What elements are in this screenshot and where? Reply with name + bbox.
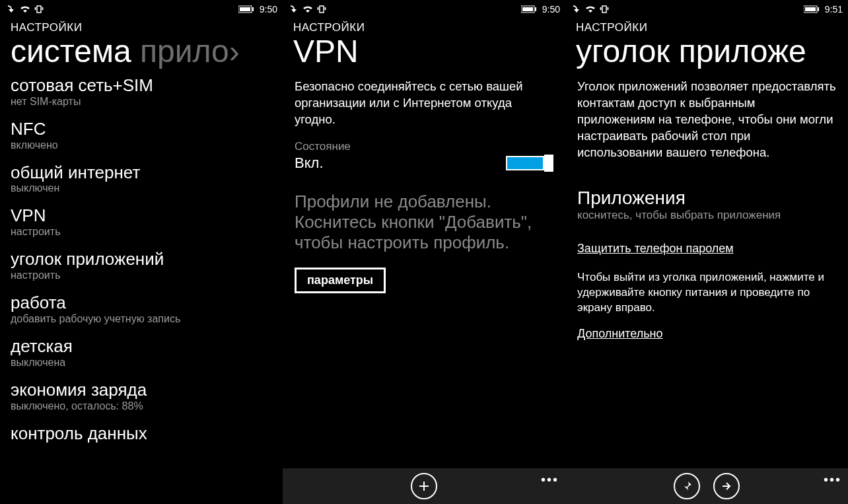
pin-icon — [681, 480, 693, 492]
vpn-toggle[interactable] — [506, 155, 553, 172]
no-profiles-message: Профили не добавлены. Коснитесь кнопки "… — [295, 192, 553, 254]
svg-rect-2 — [252, 7, 254, 11]
item-title: сотовая сеть+SIM — [11, 76, 272, 96]
list-item[interactable]: детскаявыключена — [11, 337, 272, 369]
item-title: детская — [11, 337, 272, 357]
apps-header[interactable]: Приложения — [577, 188, 836, 209]
item-sub: нет SIM-карты — [11, 96, 272, 108]
status-bar: 9:51 — [565, 0, 848, 18]
sync-icon — [288, 5, 299, 14]
battery-icon — [238, 5, 254, 13]
clock-text: 9:50 — [260, 4, 277, 15]
vibrate-icon — [600, 5, 609, 14]
status-bar: 9:50 — [0, 0, 283, 18]
arrow-right-icon — [721, 480, 732, 492]
wifi-icon — [585, 5, 596, 14]
chevron-right-icon: › — [229, 34, 240, 69]
parameters-button[interactable]: параметры — [295, 268, 386, 293]
apps-sub: коснитесь, чтобы выбрать приложения — [577, 209, 836, 222]
page-title: VPN — [293, 34, 555, 69]
launch-button[interactable] — [713, 473, 740, 499]
list-item[interactable]: сотовая сеть+SIMнет SIM-карты — [11, 76, 272, 108]
plus-icon — [418, 480, 430, 492]
status-bar: 9:50 — [283, 0, 565, 18]
apps-corner-description: Уголок приложений позволяет предоставлят… — [577, 79, 836, 161]
item-sub: выключен — [11, 182, 272, 194]
more-button[interactable]: ••• — [824, 472, 841, 487]
sync-icon — [5, 5, 16, 14]
phone-vpn: 9:50 НАСТРОЙКИ VPN Безопасно соединяйтес… — [283, 0, 565, 504]
wifi-icon — [20, 5, 30, 14]
state-value: Вкл. — [295, 155, 324, 172]
list-item[interactable]: уголок приложенийнастроить — [11, 250, 272, 281]
pivot-next: прило — [140, 34, 229, 69]
state-label: Состояние — [295, 140, 553, 153]
item-sub: настроить — [11, 226, 272, 238]
app-bar: ••• — [565, 468, 848, 504]
toggle-thumb — [544, 155, 553, 172]
breadcrumb: НАСТРОЙКИ — [293, 21, 555, 34]
toggle-track — [506, 156, 544, 170]
item-sub: выключена — [11, 357, 272, 369]
battery-icon — [804, 5, 820, 13]
wifi-icon — [302, 5, 313, 14]
breadcrumb: НАСТРОЙКИ — [576, 21, 837, 34]
svg-rect-8 — [818, 7, 819, 11]
phone-settings-system: 9:50 НАСТРОЙКИ система прило› сотовая се… — [0, 0, 283, 504]
pivot-header[interactable]: система прило› — [11, 34, 272, 69]
item-sub: добавить рабочую учетную запись — [11, 313, 272, 325]
list-item[interactable]: NFCвключено — [11, 120, 272, 151]
vibrate-icon — [34, 5, 44, 14]
app-bar: ••• — [283, 468, 565, 504]
list-item[interactable]: контроль данных — [11, 424, 272, 444]
sync-icon — [571, 5, 581, 14]
list-item[interactable]: VPNнастроить — [11, 206, 272, 238]
add-button[interactable] — [411, 473, 437, 499]
clock-text: 9:50 — [542, 4, 560, 15]
list-item[interactable]: экономия зарядавыключено, осталось: 88% — [11, 380, 272, 412]
item-title: уголок приложений — [11, 250, 272, 270]
clock-text: 9:51 — [825, 4, 843, 15]
more-link[interactable]: Дополнительно — [577, 327, 663, 341]
item-title: контроль данных — [11, 424, 272, 444]
list-item[interactable]: работадобавить рабочую учетную запись — [11, 293, 272, 325]
pin-button[interactable] — [674, 473, 700, 499]
item-title: VPN — [11, 206, 272, 226]
protect-phone-link[interactable]: Защитить телефон паролем — [577, 242, 734, 256]
item-sub: включено — [11, 139, 272, 151]
svg-rect-5 — [535, 7, 536, 11]
settings-list: сотовая сеть+SIMнет SIM-карты NFCвключен… — [0, 69, 283, 444]
battery-icon — [521, 5, 537, 13]
breadcrumb: НАСТРОЙКИ — [11, 21, 272, 34]
svg-rect-4 — [522, 7, 533, 11]
item-title: работа — [11, 293, 272, 313]
exit-note: Чтобы выйти из уголка приложений, нажмит… — [577, 270, 836, 316]
page-title: уголок приложе — [576, 34, 837, 69]
vibrate-icon — [317, 5, 326, 14]
svg-rect-1 — [240, 7, 250, 11]
phone-apps-corner: 9:51 НАСТРОЙКИ уголок приложе Уголок при… — [565, 0, 848, 504]
item-sub: настроить — [11, 270, 272, 281]
list-item[interactable]: общий интернетвыключен — [11, 163, 272, 195]
item-title: NFC — [11, 120, 272, 139]
item-title: экономия заряда — [11, 380, 272, 400]
item-title: общий интернет — [11, 163, 272, 183]
vpn-description: Безопасно соединяйтесь с сетью вашей орг… — [295, 79, 553, 128]
item-sub: выключено, осталось: 88% — [11, 400, 272, 412]
svg-rect-7 — [805, 7, 816, 11]
more-button[interactable]: ••• — [541, 472, 559, 487]
pivot-active: система — [11, 34, 131, 69]
